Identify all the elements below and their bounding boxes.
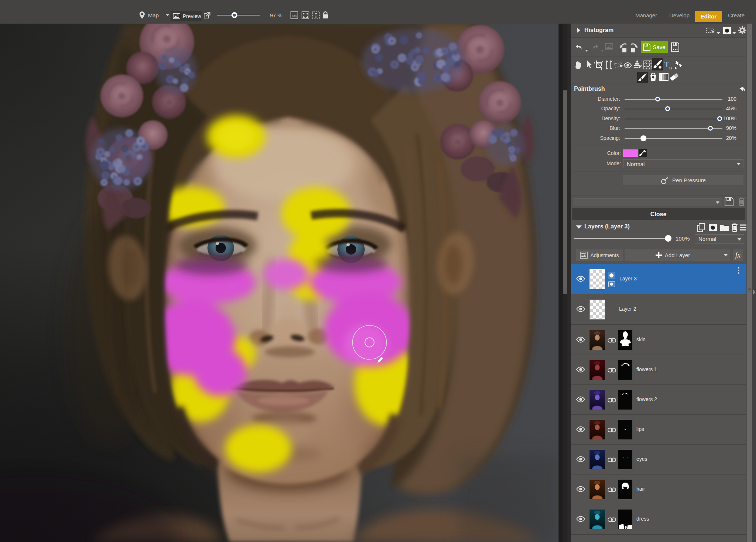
svg-text:1:1: 1:1 <box>292 14 297 18</box>
svg-text:T: T <box>664 60 669 69</box>
svg-text:Ω: Ω <box>669 66 672 70</box>
